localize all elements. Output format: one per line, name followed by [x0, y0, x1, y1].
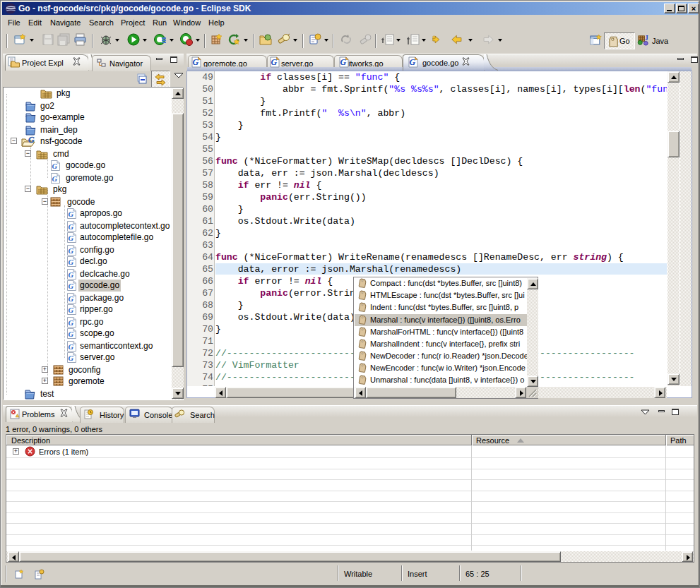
svg-text:G: G [69, 306, 74, 314]
svg-text:G: G [69, 343, 74, 351]
svg-text:G: G [69, 282, 74, 290]
svg-text:J: J [645, 35, 648, 42]
svg-text:G: G [69, 258, 74, 266]
svg-text:G: G [69, 319, 74, 327]
svg-text:G: G [271, 57, 278, 67]
svg-text:G: G [69, 330, 74, 338]
svg-text:G: G [52, 162, 58, 170]
svg-text:G: G [69, 223, 74, 231]
svg-text:G: G [69, 295, 74, 303]
svg-text:G: G [69, 354, 74, 362]
svg-text:G: G [340, 57, 347, 67]
svg-text:G: G [28, 136, 35, 145]
svg-text:G: G [410, 57, 416, 67]
svg-text:G: G [193, 57, 199, 67]
svg-text:G: G [69, 271, 74, 279]
svg-text:G: G [69, 210, 74, 218]
svg-text:G: G [69, 247, 74, 255]
svg-text:G: G [69, 234, 74, 242]
svg-text:G: G [52, 175, 58, 183]
